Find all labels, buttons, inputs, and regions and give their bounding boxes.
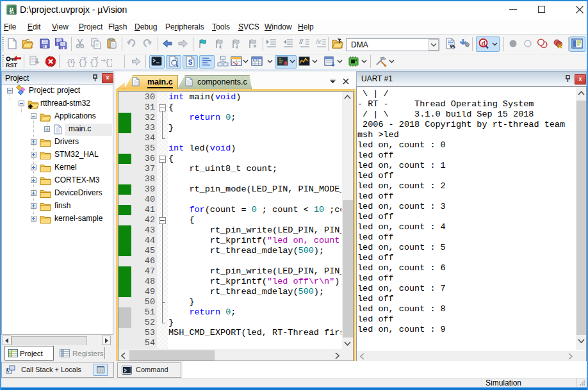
svg-text:/x: /x xyxy=(316,38,322,45)
svg-text:d: d xyxy=(481,39,485,47)
svg-text:{}: {} xyxy=(90,58,99,67)
svg-text:{}: {} xyxy=(78,58,87,67)
svg-text:RST: RST xyxy=(6,62,18,69)
svg-text:S: S xyxy=(188,59,193,66)
svg-text://: // xyxy=(299,38,304,45)
svg-text:{}: {} xyxy=(105,58,112,67)
svg-text:V5: V5 xyxy=(9,10,14,15)
